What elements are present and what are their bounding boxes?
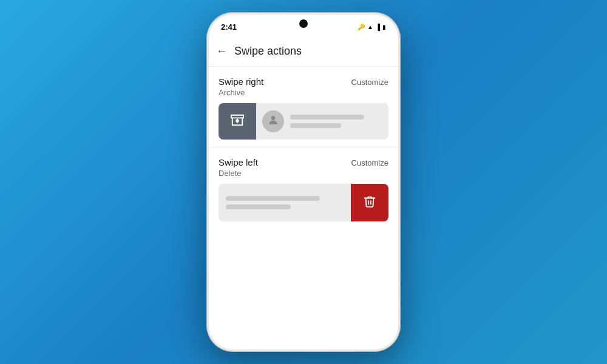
delete-icon [363,195,376,211]
swipe-left-header: Swipe left Delete Customize [219,157,388,178]
back-button[interactable]: ← [216,45,227,58]
email-line-2 [290,123,341,128]
swipe-right-section: Swipe right Archive Customize [209,69,398,144]
phone-frame: 2:41 🔑 ▲ ▐ ▮ ← Swipe actions Swipe right [206,12,401,352]
camera-notch [299,19,308,28]
status-time: 2:41 [221,22,237,32]
swipe-left-title: Swipe left [219,157,258,167]
swipe-right-customize-button[interactable]: Customize [351,76,388,88]
swipe-right-header: Swipe right Archive Customize [219,76,388,97]
swipe-right-subtitle: Archive [219,88,263,97]
top-bar: ← Swipe actions [209,36,398,64]
swipe-left-subtitle: Delete [219,169,258,178]
signal-icon: ▐ [376,24,380,30]
swipe-right-title-group: Swipe right Archive [219,76,263,97]
avatar-icon-right [267,114,279,129]
email-line-1 [290,115,364,120]
archive-icon [231,113,244,130]
screen-content: ← Swipe actions Swipe right Archive Cust… [209,36,398,349]
avatar-right [262,110,284,132]
email-preview-left [219,184,351,221]
swipe-right-demo [219,103,388,140]
swipe-left-demo [219,184,388,221]
page-title: Swipe actions [234,45,302,58]
svg-rect-0 [231,115,243,118]
email-line-left-1 [226,196,320,201]
phone-screen: 2:41 🔑 ▲ ▐ ▮ ← Swipe actions Swipe right [209,15,398,349]
battery-icon: ▮ [382,24,386,30]
email-line-left-2 [226,204,291,209]
archive-action-box [219,103,256,140]
divider-top [209,66,398,67]
swipe-left-section: Swipe left Delete Customize [209,150,398,226]
key-icon: 🔑 [358,24,365,30]
svg-point-2 [271,116,276,120]
delete-action-box [351,184,388,221]
wifi-icon: ▲ [367,24,373,30]
email-lines-right [290,115,382,128]
status-icons: 🔑 ▲ ▐ ▮ [358,24,386,30]
swipe-right-title: Swipe right [219,76,263,87]
email-preview-right [256,103,388,140]
swipe-left-title-group: Swipe left Delete [219,157,258,178]
divider-middle [209,147,398,147]
swipe-left-customize-button[interactable]: Customize [351,157,388,169]
